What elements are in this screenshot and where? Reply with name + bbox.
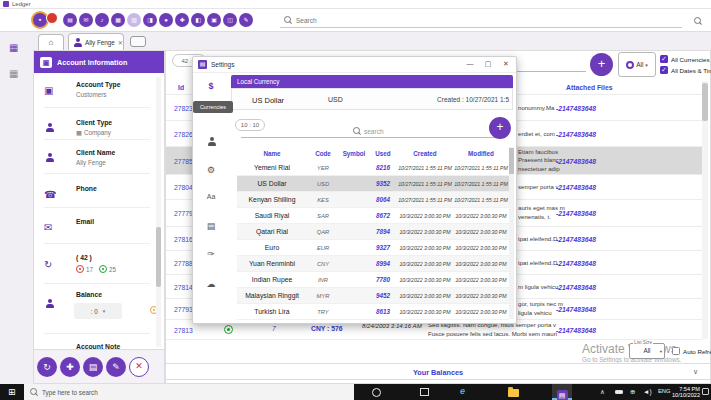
used-column-header[interactable]: Used [369, 150, 397, 157]
currency-used[interactable]: 8672 [369, 212, 397, 219]
currency-name: Indian Rupee [237, 276, 307, 283]
list-size-dropdown[interactable]: List Size All ▾ [629, 343, 665, 359]
toolbar-button[interactable]: ▣ [207, 13, 221, 27]
tab-ally-fenge[interactable]: Ally Fenge ✕ [68, 33, 124, 50]
currency-row[interactable]: Saudi RiyalSAR867210/3/2022 3:00:30 PM10… [237, 208, 509, 224]
currency-used[interactable]: 7780 [369, 276, 397, 283]
translate-nav-icon[interactable]: Aa [193, 193, 229, 200]
currency-used[interactable]: 7894 [369, 228, 397, 235]
scrollbar-thumb[interactable] [509, 148, 514, 174]
your-balances-bar[interactable]: Your Balances ∨ [166, 363, 710, 380]
global-search-input[interactable] [296, 17, 666, 24]
toolbar-button[interactable]: ● [159, 13, 173, 27]
currency-row[interactable]: Yuan RenminbiCNY899410/3/2022 3:00:30 PM… [237, 256, 509, 272]
taskbar-clock[interactable]: 7:54 PM 10/10/2022 [668, 386, 700, 398]
panel-scrollbar[interactable] [156, 77, 161, 347]
records-scrollbar[interactable] [702, 81, 708, 339]
dialog-close-button[interactable]: ✕ [500, 60, 512, 68]
all-currencies-checkbox[interactable]: ✓ [660, 55, 668, 63]
toolbar-button[interactable]: ▥ [127, 13, 141, 27]
name-column-header[interactable]: Name [237, 150, 307, 157]
toolbar-button[interactable]: ▤ [63, 13, 77, 27]
currency-used[interactable]: 9352 [369, 180, 397, 187]
currency-used[interactable]: 8994 [369, 260, 397, 267]
toolbar-button[interactable]: ♪ [95, 13, 109, 27]
id-column-header[interactable]: Id [178, 84, 184, 91]
tray-expand-icon[interactable]: ∧ [600, 388, 605, 396]
delete-button[interactable]: ▤ [83, 357, 103, 377]
volume-icon[interactable]: ◄) [643, 388, 652, 395]
toolbar-button[interactable]: ◧ [191, 13, 205, 27]
maximize-button[interactable]: ▢ [482, 60, 494, 68]
currency-used[interactable]: 8064 [369, 196, 397, 203]
toolbar-button[interactable]: ◫ [223, 13, 237, 27]
task-view-icon[interactable] [420, 388, 429, 396]
currency-row[interactable]: Malaysian RinggitMYR945210/3/2022 3:00:3… [237, 288, 509, 304]
currency-search[interactable]: search [353, 127, 384, 135]
minimize-button[interactable]: — [464, 60, 476, 67]
close-button[interactable]: ✕ [129, 357, 149, 377]
taskbar-search[interactable]: Type here to search [24, 384, 354, 400]
currency-row[interactable]: Indian RupeeINR778010/3/2022 3:00:30 PM1… [237, 272, 509, 288]
currency-row[interactable]: US DollarUSD935210/27/2021 1:55:11 PM10/… [237, 176, 509, 192]
local-currency-row: US Dollar USD Created : 10/27/2021 1:5 [231, 88, 513, 110]
toolbar-button[interactable]: ✎ [239, 13, 253, 27]
currency-row[interactable]: EuroEUR932710/3/2022 3:00:30 PM10/3/2022… [237, 240, 509, 256]
battery-icon[interactable] [615, 390, 623, 394]
ledger-app-taskbar-icon[interactable]: ▤ [552, 384, 572, 400]
scrollbar-thumb[interactable] [156, 227, 161, 287]
add-record-button[interactable]: + [590, 53, 613, 76]
add-currency-button[interactable]: + [489, 117, 511, 139]
toolbar-buttons: ▤✉♪▦▥◨●✚◧▣◫✎ [63, 13, 253, 27]
search-icon[interactable] [694, 17, 702, 25]
new-tab-button[interactable] [130, 36, 146, 47]
edge-browser-icon[interactable]: e [460, 386, 465, 396]
pen-nav-icon[interactable]: ✑ [193, 249, 229, 259]
currency-name: Euro [237, 244, 307, 251]
edit-button[interactable]: ✎ [106, 357, 126, 377]
currency-row[interactable]: Turkish LiraTRY861310/3/2022 3:00:30 PM1… [237, 304, 509, 320]
file-explorer-icon[interactable] [508, 389, 519, 397]
currency-modified: 10/3/2022 3:00:30 PM [453, 309, 509, 315]
balance-dropdown[interactable]: : 0 ▾ [74, 303, 122, 319]
currencies-nav-icon[interactable]: $ [193, 81, 229, 91]
refresh-button[interactable]: ↻ [37, 357, 57, 377]
tab-home[interactable]: ⌂ [38, 34, 64, 50]
add-button[interactable]: ✚ [60, 357, 80, 377]
all-dates-checkbox[interactable]: ✓ [660, 66, 668, 74]
scrollbar-thumb[interactable] [702, 83, 708, 121]
users-nav-icon[interactable] [207, 137, 216, 146]
start-button[interactable]: ⊞ [8, 387, 16, 397]
currency-row[interactable]: Kenyan ShillingKES806410/27/2021 1:55:11… [237, 192, 509, 208]
currency-used[interactable]: 9327 [369, 244, 397, 251]
cortana-icon[interactable] [372, 388, 381, 397]
person-icon [73, 38, 82, 47]
toolbar-button[interactable]: ▦ [111, 13, 125, 27]
modified-column-header[interactable]: Modified [453, 150, 509, 157]
notification-center-icon[interactable] [702, 388, 709, 395]
created-column-header[interactable]: Created [397, 150, 453, 157]
currency-used[interactable]: 8613 [369, 308, 397, 315]
currency-used[interactable]: 8216 [369, 164, 397, 171]
toolbar-button[interactable]: ◨ [143, 13, 157, 27]
network-icon[interactable]: ⊕ [630, 388, 635, 396]
alert-badge-icon[interactable] [46, 12, 58, 24]
currency-filter-dropdown[interactable]: All ▾ [618, 52, 656, 77]
nav-search-icon[interactable]: ▦ [9, 68, 18, 79]
toolbar-button[interactable]: ✉ [79, 13, 93, 27]
dialog-scrollbar[interactable] [509, 147, 514, 319]
nav-accounts-icon[interactable]: ▦ [9, 42, 18, 53]
tab-close-icon[interactable]: ✕ [118, 39, 123, 46]
currency-used[interactable]: 9452 [369, 292, 397, 299]
code-column-header[interactable]: Code [307, 150, 339, 157]
symbol-column-header[interactable]: Symbol [339, 150, 369, 157]
settings-gear-nav-icon[interactable]: ⚙ [193, 165, 229, 175]
cloud-nav-icon[interactable]: ☁ [193, 279, 229, 289]
document-nav-icon[interactable]: ▤ [193, 221, 229, 231]
chevron-down-icon[interactable]: ∨ [693, 368, 698, 376]
auto-refresh-checkbox[interactable]: ✓ [672, 347, 680, 355]
currency-row[interactable]: Yemeni RialYER821610/27/2021 1:55:11 PM1… [237, 160, 509, 176]
attached-files-column-header[interactable]: Attached Files [566, 84, 612, 91]
toolbar-button[interactable]: ✚ [175, 13, 189, 27]
currency-row[interactable]: Qatari RialQAR789410/3/2022 3:00:30 PM10… [237, 224, 509, 240]
